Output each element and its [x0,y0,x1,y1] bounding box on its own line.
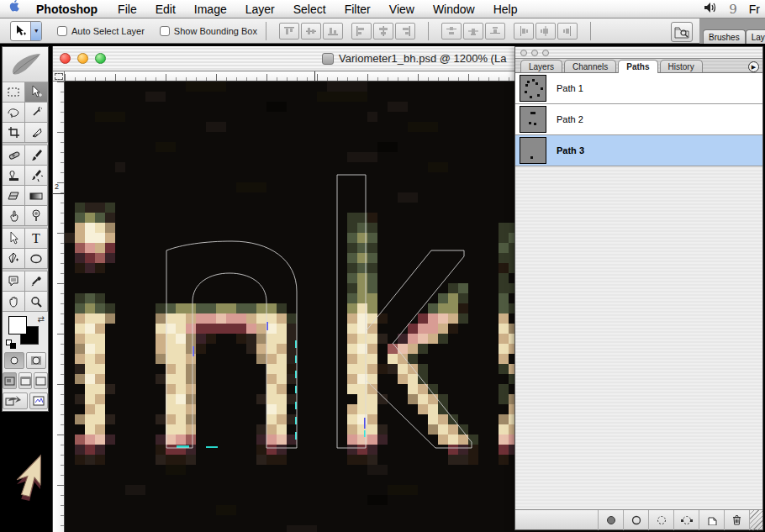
align-horizontal-centers-button[interactable] [373,23,393,40]
distribute-vertical-group [514,23,578,40]
make-work-path-button[interactable] [673,510,699,530]
fullscreen-mode-button[interactable] [34,372,48,389]
distribute-vertical-centers-button[interactable] [463,23,483,40]
dodge-tool[interactable] [25,206,48,226]
menu-window[interactable]: Window [424,0,484,18]
load-path-as-selection-button[interactable] [648,510,673,530]
distribute-left-edges-button[interactable] [514,23,534,40]
standard-mode-button[interactable] [4,352,24,369]
minimize-button[interactable] [77,53,88,64]
close-button[interactable] [60,53,71,64]
tab-channels[interactable]: Channels [564,60,616,72]
well-tab-brushes[interactable]: Brushes [703,29,746,44]
well-tab-layer-comps[interactable]: Lay [746,29,765,44]
lasso-tool[interactable] [3,103,25,123]
color-swatches: ⇄ [3,312,48,350]
menu-photoshop[interactable]: Photoshop [25,0,108,18]
menu-help[interactable]: Help [484,0,527,18]
tool-preset-dropdown[interactable]: ▼ [30,22,41,40]
auto-select-layer-option[interactable]: Auto Select Layer [57,26,145,36]
psd-file-icon [322,53,334,65]
align-vertical-centers-button[interactable] [301,23,321,40]
palette-close-button[interactable] [520,50,527,56]
distribute-bottom-edges-button[interactable] [485,23,505,40]
palette-zoom-button[interactable] [542,50,549,56]
rectangular-marquee-tool[interactable] [3,82,25,103]
stroke-path-button[interactable] [623,510,648,530]
vertical-ruler[interactable]: 2 [53,82,65,532]
menu-select[interactable]: Select [284,0,335,18]
imageready-icon[interactable] [29,392,48,409]
apple-menu-icon[interactable] [0,0,25,18]
path-thumbnail[interactable] [520,137,546,164]
foreground-color-swatch[interactable] [8,316,27,334]
gradient-tool[interactable] [25,186,48,206]
tab-history[interactable]: History [660,60,703,72]
eraser-tool[interactable] [3,186,25,206]
menu-layer[interactable]: Layer [236,0,284,18]
align-left-edges-button[interactable] [351,23,372,40]
photoshop-feather-logo[interactable] [3,47,48,82]
type-tool[interactable]: T [25,229,48,249]
menu-image[interactable]: Image [185,0,236,18]
clone-stamp-tool[interactable] [3,166,25,186]
crop-tool[interactable] [3,123,25,143]
brush-tool[interactable] [25,145,48,166]
pen-tool[interactable] [3,249,25,269]
show-bounding-box-checkbox[interactable] [160,26,170,36]
fullscreen-menubar-mode-button[interactable] [18,372,33,389]
create-new-path-button[interactable] [699,510,724,530]
show-bounding-box-option[interactable]: Show Bounding Box [160,26,257,36]
auto-select-layer-checkbox[interactable] [57,26,67,36]
tool-preset-picker[interactable]: ▼ [10,21,42,41]
shape-tool[interactable] [25,249,48,269]
path-selection-tool[interactable] [3,229,25,249]
align-bottom-edges-button[interactable] [323,23,343,40]
path-row-2[interactable]: Path 2 [515,104,762,135]
menu-edit[interactable]: Edit [146,0,185,18]
volume-icon[interactable] [704,2,717,17]
menu-file[interactable]: File [108,0,146,18]
tab-layers[interactable]: Layers [520,60,562,72]
path-row-3-selected[interactable]: Path 3 [515,135,762,166]
menu-filter[interactable]: Filter [335,0,380,18]
swap-colors-icon[interactable]: ⇄ [38,314,45,324]
align-top-edges-button[interactable] [279,23,299,40]
path-thumbnail[interactable] [520,106,546,133]
distribute-right-edges-button[interactable] [557,23,578,40]
distribute-top-edges-button[interactable] [441,23,462,40]
eyedropper-tool[interactable] [25,271,48,292]
menu-clock-day[interactable]: Fr [749,3,760,16]
fill-path-button[interactable] [598,510,623,530]
path-row-1[interactable]: Path 1 [515,73,762,104]
standard-screen-mode-button[interactable] [3,372,17,389]
healing-brush-tool[interactable] [3,145,25,166]
align-right-edges-button[interactable] [395,23,415,40]
move-tool[interactable] [25,82,48,103]
file-browser-button[interactable] [671,22,693,42]
palette-titlebar[interactable] [515,47,762,59]
menu-view[interactable]: View [380,0,424,18]
jump-to-imageready-button[interactable] [3,392,28,409]
palette-resize-grip[interactable] [749,510,762,530]
notes-tool[interactable] [3,271,25,292]
delete-path-button[interactable] [724,510,749,530]
quick-mask-mode-button[interactable] [26,352,46,369]
tool-palette: T ⇄ [2,46,49,412]
palette-minimize-button[interactable] [531,50,538,56]
menu-extra-icon[interactable]: 9 [729,2,737,17]
ruler-origin-box[interactable] [53,71,65,82]
slice-tool[interactable] [25,123,48,143]
path-thumbnail[interactable] [520,75,546,102]
tab-paths[interactable]: Paths [618,60,657,73]
distribute-horizontal-centers-button[interactable] [536,23,556,40]
zoom-button[interactable] [95,53,106,64]
zoom-tool[interactable] [25,292,48,312]
document-title: Variometer1_bh.psd @ 1200% (La [322,52,506,65]
palette-menu-button[interactable]: ▶ [748,61,759,72]
default-colors-icon[interactable] [6,340,16,349]
magic-wand-tool[interactable] [25,103,48,123]
hand-tool[interactable] [3,292,25,312]
history-brush-tool[interactable] [25,166,48,186]
smudge-tool[interactable] [3,206,25,226]
